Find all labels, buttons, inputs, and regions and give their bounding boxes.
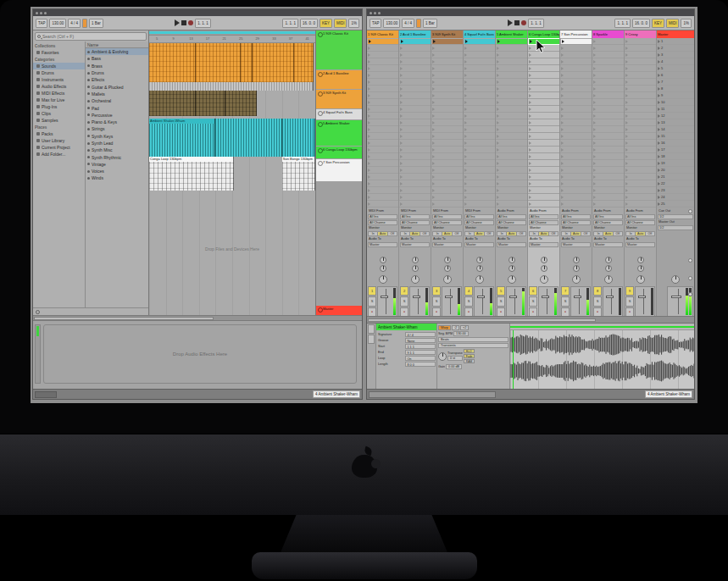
- play-button[interactable]: [175, 19, 180, 26]
- clip-slot[interactable]: [625, 174, 656, 180]
- scene-slot[interactable]: 16: [657, 140, 694, 147]
- clip-slot[interactable]: [464, 92, 495, 99]
- input-channel-chooser[interactable]: All Channe: [432, 220, 462, 225]
- clip-slot[interactable]: [625, 201, 656, 208]
- browser-list-item[interactable]: Mallets: [86, 91, 148, 97]
- clip-slot[interactable]: [496, 65, 527, 72]
- scene-slot[interactable]: 19: [657, 160, 694, 167]
- clip-slot[interactable]: [592, 180, 624, 187]
- clip-slot[interactable]: [431, 79, 463, 86]
- output-chooser[interactable]: Master: [400, 242, 430, 247]
- clip-slot[interactable]: [592, 113, 624, 119]
- send-b-knob[interactable]: [444, 265, 451, 272]
- bpm-half-button[interactable]: :2: [452, 325, 459, 330]
- fader-handle[interactable]: [509, 296, 517, 298]
- output-chooser[interactable]: Master: [625, 242, 655, 247]
- key-map-toggle[interactable]: KEY: [652, 19, 664, 28]
- sidebar-item-audio-effects[interactable]: Audio Effects: [33, 83, 85, 90]
- window-titlebar[interactable]: [33, 9, 362, 16]
- clip-slot[interactable]: [431, 187, 463, 194]
- clip-slot[interactable]: [464, 106, 495, 113]
- solo-button[interactable]: S: [593, 296, 602, 306]
- clip-slot[interactable]: [625, 167, 656, 174]
- clip-slot[interactable]: [367, 194, 398, 201]
- clip-slot[interactable]: [431, 113, 463, 119]
- metronome-toggle[interactable]: [416, 19, 421, 28]
- transpose-knob[interactable]: [438, 352, 447, 361]
- clip-slot[interactable]: [464, 194, 495, 201]
- volume-fader[interactable]: [409, 286, 430, 316]
- clip-slot[interactable]: [464, 58, 495, 65]
- master-volume-fader[interactable]: [667, 286, 693, 316]
- clip-slot[interactable]: [625, 147, 656, 153]
- send-b-knob[interactable]: [637, 265, 644, 272]
- pan-knob[interactable]: [572, 275, 581, 284]
- clip-slot[interactable]: [625, 106, 656, 113]
- clip-slot[interactable]: [625, 160, 656, 167]
- scene-slot[interactable]: 11: [657, 106, 694, 113]
- arm-button[interactable]: ●: [529, 307, 537, 316]
- clip-slot[interactable]: [528, 65, 559, 72]
- hiq-toggle[interactable]: Hi-Q: [464, 349, 475, 353]
- browser-list-item[interactable]: Percussive: [86, 112, 148, 119]
- clip-slot[interactable]: [496, 167, 527, 174]
- browser-list-item[interactable]: Voices: [86, 168, 148, 174]
- sidebar-item-clips[interactable]: Clips: [33, 110, 85, 117]
- track-activator[interactable]: 1: [368, 286, 376, 296]
- clip-slot[interactable]: [367, 86, 398, 92]
- monitor-switch[interactable]: InAutoOff: [625, 231, 655, 236]
- send-a-knob[interactable]: [444, 257, 451, 263]
- browser-list-item[interactable]: Synth Misc: [86, 147, 148, 153]
- clip-slot[interactable]: [560, 99, 592, 106]
- clip-slot[interactable]: [464, 187, 495, 194]
- browser-list-item[interactable]: Piano & Keys: [86, 119, 148, 125]
- arrangement-track-header[interactable]: 4 Squarl Fat'n Bass: [316, 109, 362, 119]
- clip-slot[interactable]: [560, 167, 592, 174]
- arm-button[interactable]: ●: [432, 307, 441, 316]
- clip-slot[interactable]: [367, 167, 398, 174]
- clip-slot[interactable]: [496, 38, 527, 45]
- clip-slot[interactable]: [399, 167, 431, 174]
- clip-slot[interactable]: [464, 38, 495, 45]
- browser-list-item[interactable]: Guitar & Plucked: [86, 83, 148, 90]
- clip-slot[interactable]: [464, 140, 495, 147]
- monitor-option-off[interactable]: Off: [549, 231, 559, 236]
- clip-slot[interactable]: [431, 38, 463, 45]
- clip-slot[interactable]: [560, 113, 592, 119]
- clip-slot[interactable]: [560, 126, 592, 133]
- clip-slot[interactable]: [431, 65, 463, 72]
- monitor-option-auto[interactable]: Auto: [410, 231, 420, 236]
- clip-slot[interactable]: [399, 147, 431, 153]
- arm-button[interactable]: ●: [368, 307, 376, 316]
- arrangement-clip[interactable]: [149, 82, 314, 91]
- clip-slot[interactable]: [496, 180, 527, 187]
- volume-fader[interactable]: [506, 286, 526, 316]
- clip-slot[interactable]: [625, 79, 656, 86]
- clip-slot[interactable]: [528, 86, 559, 92]
- clip-slot[interactable]: [399, 52, 431, 58]
- scene-slot[interactable]: 12: [657, 113, 694, 119]
- monitor-option-off[interactable]: Off: [646, 231, 655, 236]
- browser-list-item[interactable]: Effects: [86, 76, 148, 83]
- browser-list-item[interactable]: Brass: [86, 63, 148, 69]
- record-button[interactable]: [188, 20, 193, 25]
- pan-knob[interactable]: [443, 275, 452, 284]
- pan-knob[interactable]: [475, 275, 484, 284]
- clip-slot[interactable]: [399, 187, 431, 194]
- clip-slot[interactable]: [560, 45, 592, 52]
- session-track-header[interactable]: 3 909 Synth Kit: [431, 30, 463, 38]
- clip-name-header[interactable]: Ambient Shaker-Wham: [376, 324, 436, 330]
- scene-slot[interactable]: 25: [657, 201, 694, 208]
- warp-mode-select[interactable]: Beats: [438, 337, 508, 342]
- master-track-header[interactable]: Master: [657, 30, 694, 38]
- clip-overview-strip[interactable]: [369, 391, 496, 398]
- sample-waveform-display[interactable]: [510, 324, 694, 389]
- clip-slot[interactable]: [592, 86, 624, 92]
- pan-knob[interactable]: [671, 275, 680, 284]
- solo-button[interactable]: S: [368, 296, 376, 306]
- clip-slot[interactable]: [399, 119, 431, 126]
- arrangement-track-header[interactable]: 2 Acid 1 Bassline: [316, 70, 362, 89]
- clip-slot[interactable]: [496, 187, 527, 194]
- sidebar-item-plug-ins[interactable]: Plug-Ins: [33, 103, 85, 110]
- clip-slot[interactable]: [431, 160, 463, 167]
